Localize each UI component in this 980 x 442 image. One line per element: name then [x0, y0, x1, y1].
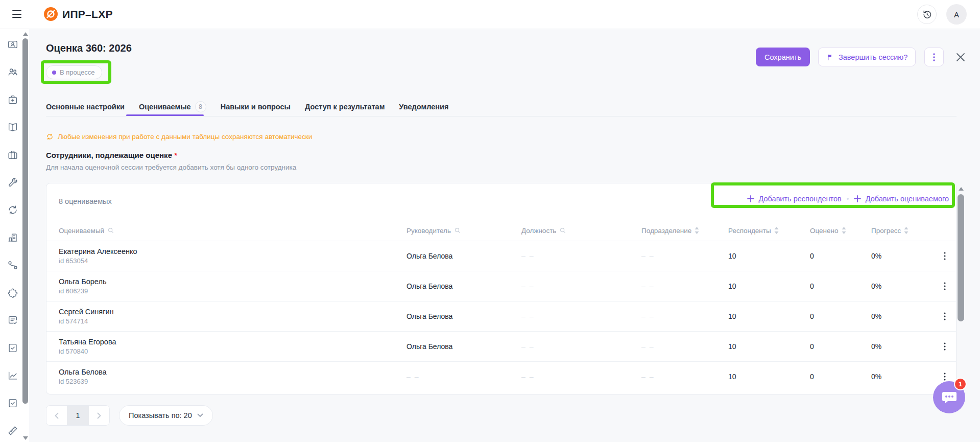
sort-icon[interactable]	[774, 227, 779, 234]
manager-cell: Ольга Белова	[407, 312, 521, 320]
row-menu-button[interactable]	[938, 309, 952, 323]
sort-icon[interactable]	[695, 227, 699, 234]
add-respondents-button[interactable]: Добавить респондентов	[747, 195, 842, 203]
wrench-icon	[7, 177, 18, 188]
progress-cell: 0%	[871, 282, 938, 290]
scroll-down-arrow-icon[interactable]	[23, 436, 28, 440]
tab-results-access[interactable]: Доступ к результатам	[305, 97, 385, 117]
position-cell: – –	[521, 282, 641, 290]
status-badge: В процессе	[46, 65, 102, 79]
rated-cell: 0	[810, 282, 871, 290]
chevron-down-icon	[197, 413, 203, 417]
sidebar-item-tools[interactable]	[7, 177, 18, 188]
sort-icon[interactable]	[842, 227, 846, 234]
sidebar-item-analytics[interactable]	[7, 370, 18, 381]
row-menu-button[interactable]	[938, 279, 952, 293]
column-label: Подразделение	[641, 227, 691, 235]
sidebar-item-reports[interactable]	[7, 232, 18, 243]
avatar[interactable]: A	[946, 4, 967, 25]
chevron-left-icon	[55, 412, 59, 419]
sidebar-item-profile[interactable]	[7, 39, 18, 50]
page-size-select[interactable]: Показывать по: 20	[119, 405, 213, 426]
kebab-icon	[944, 252, 946, 260]
sidebar-item-library[interactable]	[7, 122, 18, 133]
plus-icon	[854, 195, 861, 202]
search-icon[interactable]	[454, 227, 461, 234]
history-button[interactable]	[917, 5, 937, 24]
tab-label: Основные настройки	[46, 103, 125, 111]
table-row[interactable]: Татьяна Егороваid 570840 Ольга Белова – …	[46, 331, 956, 361]
sidebar-item-routes[interactable]	[7, 260, 18, 271]
card-header: 8 оцениваемых Добавить респондентов Доба…	[46, 183, 956, 220]
table-header-row: Оцениваемый Руководитель Должность Подра…	[46, 220, 956, 241]
tab-evaluatees[interactable]: Оцениваемые 8	[139, 97, 206, 117]
file-check-icon	[7, 342, 18, 354]
column-header-respondents[interactable]: Респонденты	[728, 227, 810, 235]
logo-icon	[44, 7, 58, 21]
left-scrollbar-thumb[interactable]	[22, 38, 28, 404]
briefcase-icon	[7, 149, 18, 160]
department-cell: – –	[641, 312, 728, 320]
sidebar-item-tasks[interactable]	[7, 342, 18, 354]
table-scrollbar-thumb[interactable]	[958, 194, 964, 321]
sidebar-item-integrations[interactable]	[7, 287, 18, 298]
column-header-manager[interactable]: Руководитель	[407, 227, 521, 235]
tab-main-settings[interactable]: Основные настройки	[46, 97, 125, 117]
sort-icon[interactable]	[904, 227, 909, 234]
scroll-up-arrow-icon[interactable]	[23, 32, 28, 36]
table-row[interactable]: Ольга Борельid 606239 Ольга Белова – – –…	[46, 271, 956, 301]
next-page-button[interactable]	[89, 406, 109, 425]
tab-label: Уведомления	[399, 103, 448, 111]
scroll-up-arrow-icon[interactable]	[959, 187, 964, 191]
sidebar-item-sync[interactable]	[7, 204, 18, 216]
more-actions-button[interactable]	[924, 48, 944, 66]
position-cell: – –	[521, 312, 641, 320]
tab-skills-questions[interactable]: Навыки и вопросы	[221, 97, 291, 117]
column-header-rated[interactable]: Оценено	[810, 227, 871, 235]
status-dot-icon	[52, 71, 56, 75]
section-subtitle: Для начала оценочной сессии требуется до…	[46, 164, 296, 171]
row-menu-button[interactable]	[938, 249, 952, 263]
sidebar-item-measure[interactable]	[7, 425, 18, 436]
search-icon[interactable]	[107, 227, 114, 234]
chevron-right-icon	[97, 412, 101, 419]
column-header-evaluatee[interactable]: Оцениваемый	[59, 227, 407, 235]
hamburger-menu-icon[interactable]	[12, 10, 21, 18]
close-button[interactable]	[955, 52, 966, 63]
rated-cell: 0	[810, 312, 871, 320]
table-row[interactable]: Екатерина Алексеенкоid 653054 Ольга Бело…	[46, 241, 956, 271]
table-scrollbar[interactable]	[958, 183, 965, 394]
table-row[interactable]: Сергей Синягинid 574714 Ольга Белова – –…	[46, 301, 956, 331]
save-button[interactable]: Сохранить	[756, 48, 810, 66]
progress-cell: 0%	[871, 252, 938, 260]
open-book-icon	[7, 122, 18, 133]
tab-notifications[interactable]: Уведомления	[399, 97, 448, 117]
row-menu-button[interactable]	[938, 339, 952, 354]
medkit-icon	[7, 94, 18, 105]
report-building-icon	[7, 232, 18, 243]
sidebar-item-notes[interactable]	[7, 315, 18, 326]
app-logo: ИПР–LXP	[44, 7, 113, 21]
kebab-icon	[933, 53, 935, 61]
finish-session-button[interactable]: Завершить сессию?	[818, 48, 916, 66]
column-header-progress[interactable]: Прогресс	[871, 227, 938, 235]
rated-cell: 0	[810, 373, 871, 381]
table-row[interactable]: Ольга Беловаid 523639 – – – – – – 10 0 0…	[46, 361, 956, 391]
column-header-position[interactable]: Должность	[521, 227, 641, 235]
evaluatee-name: Ольга Борель	[59, 277, 407, 287]
manager-cell: Ольга Белова	[407, 282, 521, 290]
history-clock-icon	[922, 9, 933, 20]
search-icon[interactable]	[559, 227, 566, 234]
sidebar-item-portfolio[interactable]	[7, 149, 18, 160]
page-title: Оценка 360: 2026	[46, 42, 132, 54]
sidebar-item-team[interactable]	[7, 66, 18, 78]
column-header-department[interactable]: Подразделение	[641, 227, 728, 235]
progress-cell: 0%	[871, 312, 938, 320]
chat-button[interactable]: 1	[933, 381, 965, 413]
prev-page-button[interactable]	[46, 406, 67, 425]
left-scrollbar[interactable]	[22, 29, 29, 442]
add-evaluatee-button[interactable]: Добавить оцениваемого	[854, 195, 949, 203]
current-page[interactable]: 1	[67, 406, 89, 425]
sidebar-item-documents[interactable]	[7, 398, 18, 409]
sidebar-item-kit[interactable]	[7, 94, 18, 105]
